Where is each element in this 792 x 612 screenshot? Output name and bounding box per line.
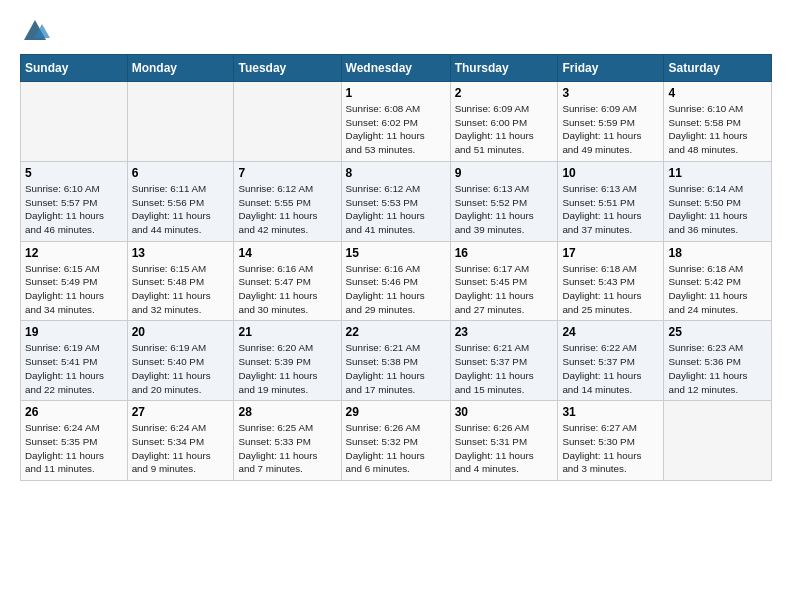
day-info: Sunrise: 6:15 AM Sunset: 5:48 PM Dayligh… [132, 262, 230, 317]
day-number: 31 [562, 405, 659, 419]
day-number: 7 [238, 166, 336, 180]
calendar-week-row: 19Sunrise: 6:19 AM Sunset: 5:41 PM Dayli… [21, 321, 772, 401]
day-number: 17 [562, 246, 659, 260]
calendar-day-12: 12Sunrise: 6:15 AM Sunset: 5:49 PM Dayli… [21, 241, 128, 321]
day-info: Sunrise: 6:12 AM Sunset: 5:53 PM Dayligh… [346, 182, 446, 237]
weekday-header-friday: Friday [558, 55, 664, 82]
calendar-week-row: 26Sunrise: 6:24 AM Sunset: 5:35 PM Dayli… [21, 401, 772, 481]
calendar-day-3: 3Sunrise: 6:09 AM Sunset: 5:59 PM Daylig… [558, 82, 664, 162]
calendar-day-26: 26Sunrise: 6:24 AM Sunset: 5:35 PM Dayli… [21, 401, 128, 481]
logo [20, 16, 54, 46]
day-info: Sunrise: 6:19 AM Sunset: 5:41 PM Dayligh… [25, 341, 123, 396]
weekday-header-monday: Monday [127, 55, 234, 82]
day-number: 10 [562, 166, 659, 180]
calendar-week-row: 1Sunrise: 6:08 AM Sunset: 6:02 PM Daylig… [21, 82, 772, 162]
day-number: 25 [668, 325, 767, 339]
day-info: Sunrise: 6:15 AM Sunset: 5:49 PM Dayligh… [25, 262, 123, 317]
day-info: Sunrise: 6:26 AM Sunset: 5:32 PM Dayligh… [346, 421, 446, 476]
day-info: Sunrise: 6:14 AM Sunset: 5:50 PM Dayligh… [668, 182, 767, 237]
day-info: Sunrise: 6:13 AM Sunset: 5:51 PM Dayligh… [562, 182, 659, 237]
day-info: Sunrise: 6:10 AM Sunset: 5:57 PM Dayligh… [25, 182, 123, 237]
day-number: 23 [455, 325, 554, 339]
calendar-day-16: 16Sunrise: 6:17 AM Sunset: 5:45 PM Dayli… [450, 241, 558, 321]
day-number: 6 [132, 166, 230, 180]
calendar-day-22: 22Sunrise: 6:21 AM Sunset: 5:38 PM Dayli… [341, 321, 450, 401]
day-info: Sunrise: 6:19 AM Sunset: 5:40 PM Dayligh… [132, 341, 230, 396]
calendar-day-2: 2Sunrise: 6:09 AM Sunset: 6:00 PM Daylig… [450, 82, 558, 162]
day-number: 11 [668, 166, 767, 180]
day-number: 24 [562, 325, 659, 339]
calendar-day-18: 18Sunrise: 6:18 AM Sunset: 5:42 PM Dayli… [664, 241, 772, 321]
day-number: 18 [668, 246, 767, 260]
calendar-day-21: 21Sunrise: 6:20 AM Sunset: 5:39 PM Dayli… [234, 321, 341, 401]
weekday-header-row: SundayMondayTuesdayWednesdayThursdayFrid… [21, 55, 772, 82]
logo-icon [20, 16, 50, 46]
calendar-empty-cell [664, 401, 772, 481]
calendar-day-13: 13Sunrise: 6:15 AM Sunset: 5:48 PM Dayli… [127, 241, 234, 321]
day-info: Sunrise: 6:24 AM Sunset: 5:35 PM Dayligh… [25, 421, 123, 476]
weekday-header-thursday: Thursday [450, 55, 558, 82]
day-number: 13 [132, 246, 230, 260]
weekday-header-wednesday: Wednesday [341, 55, 450, 82]
calendar-day-15: 15Sunrise: 6:16 AM Sunset: 5:46 PM Dayli… [341, 241, 450, 321]
calendar-day-19: 19Sunrise: 6:19 AM Sunset: 5:41 PM Dayli… [21, 321, 128, 401]
calendar-day-31: 31Sunrise: 6:27 AM Sunset: 5:30 PM Dayli… [558, 401, 664, 481]
weekday-header-saturday: Saturday [664, 55, 772, 82]
day-info: Sunrise: 6:17 AM Sunset: 5:45 PM Dayligh… [455, 262, 554, 317]
page-header [20, 16, 772, 46]
day-number: 3 [562, 86, 659, 100]
day-info: Sunrise: 6:12 AM Sunset: 5:55 PM Dayligh… [238, 182, 336, 237]
calendar-week-row: 5Sunrise: 6:10 AM Sunset: 5:57 PM Daylig… [21, 161, 772, 241]
calendar-day-4: 4Sunrise: 6:10 AM Sunset: 5:58 PM Daylig… [664, 82, 772, 162]
day-info: Sunrise: 6:27 AM Sunset: 5:30 PM Dayligh… [562, 421, 659, 476]
calendar-empty-cell [234, 82, 341, 162]
day-info: Sunrise: 6:09 AM Sunset: 6:00 PM Dayligh… [455, 102, 554, 157]
day-number: 29 [346, 405, 446, 419]
day-info: Sunrise: 6:25 AM Sunset: 5:33 PM Dayligh… [238, 421, 336, 476]
day-info: Sunrise: 6:21 AM Sunset: 5:38 PM Dayligh… [346, 341, 446, 396]
calendar-day-7: 7Sunrise: 6:12 AM Sunset: 5:55 PM Daylig… [234, 161, 341, 241]
calendar-day-11: 11Sunrise: 6:14 AM Sunset: 5:50 PM Dayli… [664, 161, 772, 241]
day-number: 1 [346, 86, 446, 100]
calendar-table: SundayMondayTuesdayWednesdayThursdayFrid… [20, 54, 772, 481]
calendar-day-27: 27Sunrise: 6:24 AM Sunset: 5:34 PM Dayli… [127, 401, 234, 481]
calendar-day-24: 24Sunrise: 6:22 AM Sunset: 5:37 PM Dayli… [558, 321, 664, 401]
calendar-day-30: 30Sunrise: 6:26 AM Sunset: 5:31 PM Dayli… [450, 401, 558, 481]
day-number: 27 [132, 405, 230, 419]
day-info: Sunrise: 6:26 AM Sunset: 5:31 PM Dayligh… [455, 421, 554, 476]
day-info: Sunrise: 6:21 AM Sunset: 5:37 PM Dayligh… [455, 341, 554, 396]
calendar-week-row: 12Sunrise: 6:15 AM Sunset: 5:49 PM Dayli… [21, 241, 772, 321]
day-number: 2 [455, 86, 554, 100]
weekday-header-tuesday: Tuesday [234, 55, 341, 82]
day-number: 8 [346, 166, 446, 180]
calendar-day-20: 20Sunrise: 6:19 AM Sunset: 5:40 PM Dayli… [127, 321, 234, 401]
day-info: Sunrise: 6:09 AM Sunset: 5:59 PM Dayligh… [562, 102, 659, 157]
day-info: Sunrise: 6:24 AM Sunset: 5:34 PM Dayligh… [132, 421, 230, 476]
day-number: 20 [132, 325, 230, 339]
day-info: Sunrise: 6:20 AM Sunset: 5:39 PM Dayligh… [238, 341, 336, 396]
day-info: Sunrise: 6:10 AM Sunset: 5:58 PM Dayligh… [668, 102, 767, 157]
weekday-header-sunday: Sunday [21, 55, 128, 82]
day-number: 15 [346, 246, 446, 260]
calendar-day-28: 28Sunrise: 6:25 AM Sunset: 5:33 PM Dayli… [234, 401, 341, 481]
day-number: 21 [238, 325, 336, 339]
day-info: Sunrise: 6:16 AM Sunset: 5:46 PM Dayligh… [346, 262, 446, 317]
calendar-day-9: 9Sunrise: 6:13 AM Sunset: 5:52 PM Daylig… [450, 161, 558, 241]
day-info: Sunrise: 6:08 AM Sunset: 6:02 PM Dayligh… [346, 102, 446, 157]
calendar-day-23: 23Sunrise: 6:21 AM Sunset: 5:37 PM Dayli… [450, 321, 558, 401]
day-number: 28 [238, 405, 336, 419]
day-number: 19 [25, 325, 123, 339]
calendar-day-6: 6Sunrise: 6:11 AM Sunset: 5:56 PM Daylig… [127, 161, 234, 241]
day-number: 12 [25, 246, 123, 260]
day-number: 30 [455, 405, 554, 419]
day-info: Sunrise: 6:16 AM Sunset: 5:47 PM Dayligh… [238, 262, 336, 317]
day-info: Sunrise: 6:22 AM Sunset: 5:37 PM Dayligh… [562, 341, 659, 396]
day-info: Sunrise: 6:11 AM Sunset: 5:56 PM Dayligh… [132, 182, 230, 237]
day-number: 22 [346, 325, 446, 339]
calendar-day-29: 29Sunrise: 6:26 AM Sunset: 5:32 PM Dayli… [341, 401, 450, 481]
calendar-day-5: 5Sunrise: 6:10 AM Sunset: 5:57 PM Daylig… [21, 161, 128, 241]
calendar-day-10: 10Sunrise: 6:13 AM Sunset: 5:51 PM Dayli… [558, 161, 664, 241]
calendar-empty-cell [21, 82, 128, 162]
day-number: 26 [25, 405, 123, 419]
day-number: 5 [25, 166, 123, 180]
